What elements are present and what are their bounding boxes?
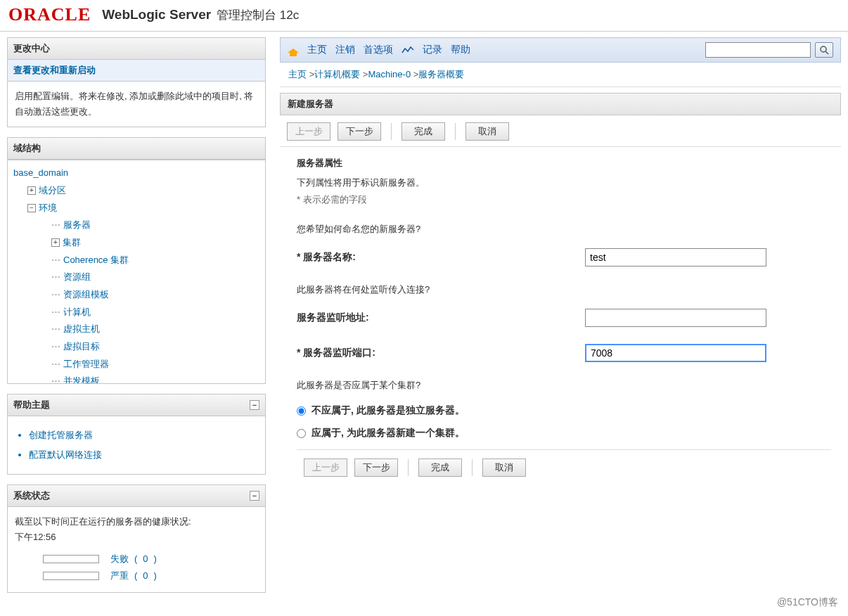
finish-button[interactable]: 完成 xyxy=(418,458,462,477)
tree-node-clusters[interactable]: 集群 xyxy=(63,234,81,252)
radio-standalone-label: 不应属于, 此服务器是独立服务器。 xyxy=(311,404,465,417)
tree-node-coherence[interactable]: Coherence 集群 xyxy=(63,252,129,269)
search-icon xyxy=(819,45,829,55)
health-bar-icon xyxy=(43,555,99,563)
question-name: 您希望如何命名您的新服务器? xyxy=(297,223,831,236)
label-server-name: * 服务器名称: xyxy=(297,251,564,264)
tree-node-partition[interactable]: 域分区 xyxy=(39,182,66,200)
domain-structure-panel: 域结构 base_domain + 域分区 − 环境 ⋯服务器 xyxy=(7,137,266,384)
tree-node-concurrent[interactable]: 并发模板 xyxy=(63,373,100,383)
listen-port-input[interactable] xyxy=(585,344,766,362)
toolbar: 主页 注销 首选项 记录 帮助 xyxy=(280,37,841,63)
change-center-panel: 更改中心 查看更改和重新启动 启用配置编辑。将来在修改, 添加或删除此域中的项目… xyxy=(7,37,266,127)
toolbar-prefs[interactable]: 首选项 xyxy=(364,44,393,56)
finish-button[interactable]: 完成 xyxy=(401,122,445,141)
domain-structure-title: 域结构 xyxy=(13,142,41,155)
question-cluster: 此服务器是否应属于某个集群? xyxy=(297,379,831,392)
button-bar-bottom: 上一步 下一步 完成 取消 xyxy=(297,449,831,482)
home-icon xyxy=(288,46,299,55)
back-button[interactable]: 上一步 xyxy=(304,458,347,477)
cancel-button[interactable]: 取消 xyxy=(465,122,509,141)
radio-standalone[interactable] xyxy=(297,406,306,416)
header: ORACLE WebLogic Server 管理控制台 12c xyxy=(0,0,848,32)
form-heading: 服务器属性 xyxy=(297,157,831,169)
health-critical: 严重 (0) xyxy=(43,568,258,584)
status-title: 系统状态 xyxy=(13,489,50,502)
record-icon xyxy=(401,44,414,56)
expand-icon[interactable]: + xyxy=(27,186,36,195)
system-status-panel: 系统状态 − 截至以下时间正在运行的服务器的健康状况: 下午12:56 失败 (… xyxy=(7,485,266,592)
toolbar-help[interactable]: 帮助 xyxy=(451,44,470,56)
tree-node-resgrouptpl[interactable]: 资源组模板 xyxy=(63,286,109,304)
tree-node-env[interactable]: 环境 xyxy=(39,200,57,217)
breadcrumb-machines[interactable]: 计算机概要 xyxy=(314,69,360,79)
health-failed: 失败 (0) xyxy=(43,551,258,567)
expand-icon[interactable]: + xyxy=(51,238,60,247)
cancel-button[interactable]: 取消 xyxy=(482,458,526,477)
breadcrumb-machine0[interactable]: Machine-0 xyxy=(368,69,411,79)
question-listen: 此服务器将在何处监听传入连接? xyxy=(297,283,831,296)
breadcrumb: 主页 >计算机概要 >Machine-0 >服务器概要 xyxy=(280,63,841,87)
tree-node-resgroup[interactable]: 资源组 xyxy=(63,269,91,286)
breadcrumb-servers[interactable]: 服务器概要 xyxy=(418,69,464,79)
tree-node-machines[interactable]: 计算机 xyxy=(63,304,91,321)
label-listen-addr: 服务器监听地址: xyxy=(297,312,564,324)
status-note: 截至以下时间正在运行的服务器的健康状况: 下午12:56 xyxy=(15,514,258,545)
watermark: @51CTO博客 xyxy=(777,596,838,608)
health-bar-icon xyxy=(43,572,99,580)
breadcrumb-home[interactable]: 主页 xyxy=(288,69,307,79)
change-center-title: 更改中心 xyxy=(8,38,265,60)
svg-point-0 xyxy=(821,46,826,52)
help-link-network[interactable]: 配置默认网络连接 xyxy=(29,449,102,460)
label-listen-port: * 服务器监听端口: xyxy=(297,347,564,359)
radio-new-cluster-label: 应属于, 为此服务器新建一个集群。 xyxy=(311,427,465,439)
help-link-create-server[interactable]: 创建托管服务器 xyxy=(29,430,93,440)
tree-node-servers[interactable]: 服务器 xyxy=(63,217,91,234)
listen-addr-input[interactable] xyxy=(585,309,766,327)
form-intro: 下列属性将用于标识新服务器。 xyxy=(297,177,831,189)
product-name: WebLogic Server xyxy=(102,7,211,23)
section-title: 新建服务器 xyxy=(280,93,841,115)
domain-root[interactable]: base_domain xyxy=(13,167,68,178)
svg-line-1 xyxy=(825,51,828,54)
view-changes-link[interactable]: 查看更改和重新启动 xyxy=(13,65,96,75)
toolbar-logout[interactable]: 注销 xyxy=(335,44,355,56)
help-title: 帮助主题 xyxy=(13,399,50,411)
tree-node-vhost[interactable]: 虚拟主机 xyxy=(63,321,100,338)
search-input[interactable] xyxy=(705,42,811,58)
button-bar-top: 上一步 下一步 完成 取消 xyxy=(280,115,841,146)
collapse-icon[interactable]: − xyxy=(27,204,36,212)
change-center-note: 启用配置编辑。将来在修改, 添加或删除此域中的项目时, 将自动激活这些更改。 xyxy=(8,82,265,127)
next-button[interactable]: 下一步 xyxy=(338,122,381,141)
minus-icon[interactable]: − xyxy=(250,491,259,501)
required-note: * 表示必需的字段 xyxy=(297,193,831,206)
server-name-input[interactable] xyxy=(585,248,766,267)
product-subtitle: 管理控制台 12c xyxy=(217,7,299,23)
back-button[interactable]: 上一步 xyxy=(287,122,330,141)
search-button[interactable] xyxy=(815,42,833,58)
radio-new-cluster[interactable] xyxy=(297,429,306,438)
tree-node-workmgr[interactable]: 工作管理器 xyxy=(63,356,109,373)
minus-icon[interactable]: − xyxy=(250,400,259,410)
next-button[interactable]: 下一步 xyxy=(354,458,398,477)
toolbar-home[interactable]: 主页 xyxy=(307,44,327,56)
tree-node-vtarget[interactable]: 虚拟目标 xyxy=(63,338,100,356)
toolbar-record[interactable]: 记录 xyxy=(423,44,442,56)
oracle-logo: ORACLE xyxy=(8,4,91,25)
help-panel: 帮助主题 − 创建托管服务器 配置默认网络连接 xyxy=(7,394,266,475)
